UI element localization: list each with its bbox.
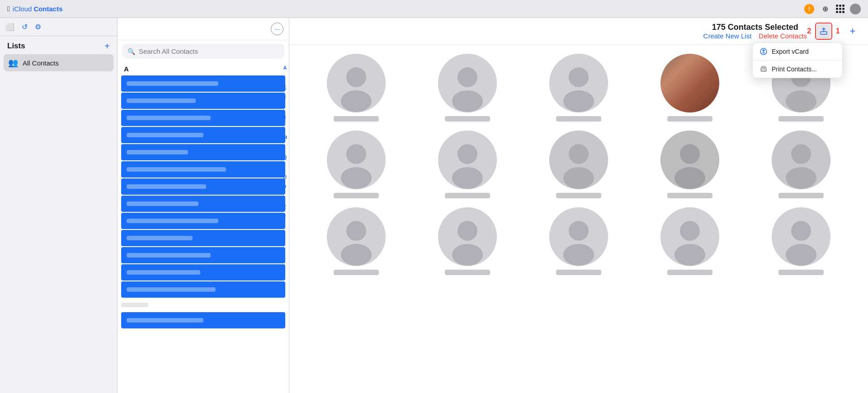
alpha-u[interactable]: U bbox=[283, 175, 287, 180]
grid-icon[interactable] bbox=[836, 5, 844, 13]
contact-card[interactable] bbox=[641, 207, 739, 275]
contact-row[interactable] bbox=[121, 247, 285, 263]
all-contacts-icon: 👥 bbox=[8, 58, 18, 68]
section-header-a: A bbox=[118, 62, 289, 75]
svg-point-27 bbox=[791, 144, 811, 164]
contact-name bbox=[556, 193, 601, 198]
alpha-dot4[interactable]: • bbox=[283, 145, 287, 150]
contact-row[interactable] bbox=[121, 75, 285, 92]
svg-point-15 bbox=[346, 144, 366, 164]
alpha-v[interactable]: V bbox=[283, 185, 287, 190]
search-input[interactable] bbox=[139, 47, 279, 55]
refresh-icon[interactable]: ↺ bbox=[22, 23, 28, 31]
alpha-dot1[interactable]: • bbox=[283, 76, 287, 80]
alpha-dot2[interactable]: • bbox=[283, 106, 287, 110]
contact-row[interactable] bbox=[121, 213, 285, 229]
svg-point-42 bbox=[791, 221, 811, 241]
svg-point-7 bbox=[452, 90, 483, 112]
alpha-e[interactable]: E bbox=[283, 86, 287, 90]
contact-row[interactable] bbox=[121, 281, 285, 298]
contacts-grid bbox=[289, 45, 868, 393]
export-button[interactable] bbox=[816, 24, 831, 38]
contact-row[interactable] bbox=[121, 196, 285, 212]
svg-point-16 bbox=[341, 167, 372, 189]
contact-card[interactable] bbox=[419, 207, 516, 275]
contact-row[interactable] bbox=[121, 312, 285, 328]
svg-point-40 bbox=[675, 244, 705, 266]
contact-avatar bbox=[327, 54, 386, 112]
add-contact-button[interactable]: + bbox=[846, 25, 859, 37]
contact-card[interactable] bbox=[530, 207, 627, 275]
alpha-dot6[interactable]: • bbox=[283, 195, 287, 200]
contacts-list-panel: ··· 🔍 A bbox=[118, 18, 289, 393]
contact-card[interactable] bbox=[419, 131, 516, 198]
detail-toolbar: 175 Contacts Selected Create New List De… bbox=[289, 18, 868, 45]
alpha-m[interactable]: M bbox=[283, 136, 287, 140]
user-avatar[interactable] bbox=[850, 4, 861, 14]
export-vcard-menu-item[interactable]: Export vCard bbox=[753, 43, 842, 61]
svg-point-36 bbox=[569, 221, 589, 241]
alpha-dot5[interactable]: • bbox=[283, 165, 287, 170]
contact-row[interactable] bbox=[121, 230, 285, 246]
detail-panel: 175 Contacts Selected Create New List De… bbox=[289, 18, 868, 393]
contact-row[interactable] bbox=[121, 93, 285, 109]
svg-point-3 bbox=[346, 67, 366, 87]
contact-row[interactable] bbox=[121, 127, 285, 143]
sidebar-section-header: Lists + bbox=[4, 42, 113, 54]
contact-avatar bbox=[660, 131, 719, 189]
contact-card[interactable] bbox=[752, 131, 850, 198]
contact-name bbox=[334, 116, 379, 122]
contact-card[interactable] bbox=[530, 131, 627, 198]
add-window-icon[interactable]: ⊕ bbox=[820, 4, 830, 14]
contact-card[interactable] bbox=[752, 207, 850, 275]
contact-card[interactable] bbox=[307, 131, 405, 198]
contact-avatar bbox=[327, 207, 386, 266]
alpha-f[interactable]: F bbox=[283, 96, 287, 100]
contact-row[interactable] bbox=[121, 110, 285, 126]
alpha-index: A • E F • J • M • Q • U V • Z # bbox=[283, 62, 287, 393]
sidebar-toggle-icon[interactable]: ⬜ bbox=[5, 23, 14, 31]
contact-name bbox=[334, 193, 379, 198]
contact-row[interactable] bbox=[121, 178, 285, 195]
all-contacts-label: All Contacts bbox=[23, 59, 59, 67]
person-avatar-icon bbox=[438, 54, 497, 112]
contact-card[interactable] bbox=[641, 131, 739, 198]
contact-card[interactable] bbox=[307, 207, 405, 275]
svg-point-43 bbox=[786, 244, 816, 266]
export-vcard-icon bbox=[760, 48, 767, 55]
alpha-z[interactable]: Z bbox=[283, 205, 287, 210]
contact-row[interactable] bbox=[121, 161, 285, 178]
warning-icon[interactable]: ! bbox=[804, 4, 814, 14]
alpha-j[interactable]: J bbox=[283, 116, 287, 120]
print-contacts-menu-item[interactable]: Print Contacts... bbox=[753, 61, 842, 78]
contact-avatar bbox=[438, 207, 497, 266]
svg-point-19 bbox=[452, 167, 483, 189]
add-list-button[interactable]: + bbox=[104, 42, 110, 51]
person-avatar-icon bbox=[772, 207, 830, 266]
alpha-q[interactable]: Q bbox=[283, 155, 287, 160]
person-avatar-icon bbox=[660, 131, 719, 189]
contact-avatar bbox=[549, 131, 608, 189]
contact-row[interactable] bbox=[121, 144, 285, 160]
svg-rect-48 bbox=[762, 70, 765, 71]
contact-card[interactable] bbox=[530, 54, 627, 122]
delete-contacts-link[interactable]: Delete Contacts bbox=[759, 32, 807, 40]
svg-point-33 bbox=[458, 221, 477, 241]
sidebar-item-all-contacts[interactable]: 👥 All Contacts bbox=[4, 54, 113, 71]
contacts-scroll[interactable]: A A • E F • bbox=[118, 62, 289, 393]
contact-name bbox=[778, 116, 824, 122]
alpha-hash[interactable]: # bbox=[283, 215, 287, 220]
ellipsis-button[interactable]: ··· bbox=[271, 23, 283, 35]
detail-toolbar-right: 2 1 + bbox=[807, 23, 859, 40]
contact-card[interactable] bbox=[641, 54, 739, 122]
create-new-list-link[interactable]: Create New List bbox=[703, 32, 752, 40]
svg-point-28 bbox=[786, 167, 816, 189]
alpha-dot3[interactable]: • bbox=[283, 126, 287, 130]
contact-card[interactable] bbox=[307, 54, 405, 122]
contact-row[interactable] bbox=[121, 264, 285, 281]
contact-avatar bbox=[772, 131, 830, 189]
alpha-a[interactable]: A bbox=[283, 66, 287, 70]
person-avatar-icon bbox=[549, 54, 608, 112]
contact-card[interactable] bbox=[419, 54, 516, 122]
settings-icon[interactable]: ⚙ bbox=[35, 23, 41, 31]
